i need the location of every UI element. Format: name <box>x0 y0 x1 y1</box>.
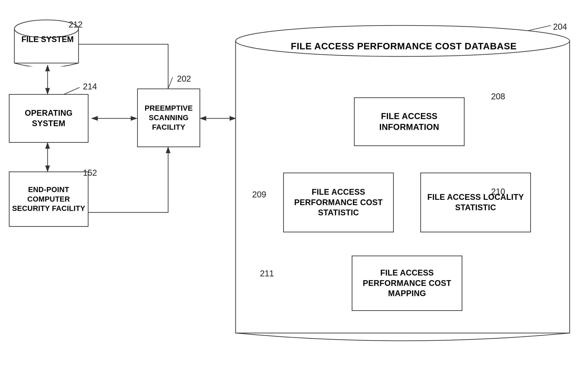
ref-208: 208 <box>491 92 505 101</box>
ref-212: 212 <box>68 20 83 30</box>
ref-202: 202 <box>177 74 191 84</box>
file-system-label: FILE SYSTEM <box>13 34 82 45</box>
ref-204: 204 <box>553 22 567 32</box>
file-access-perf-stat-box: FILE ACCESS PERFORMANCE COST STATISTIC <box>283 173 394 232</box>
operating-system-box: OPERATING SYSTEM <box>9 94 89 143</box>
svg-line-8 <box>168 77 173 89</box>
diagram: FILE SYSTEM 212 OPERATING SYSTEM 214 END… <box>0 0 588 366</box>
ref-210: 210 <box>491 187 505 197</box>
endpoint-security-box: END-POINT COMPUTER SECURITY FACILITY <box>9 171 89 227</box>
ref-152: 152 <box>83 168 97 178</box>
ref-211: 211 <box>260 269 274 278</box>
ref-214: 214 <box>83 82 97 92</box>
file-access-mapping-box: FILE ACCESS PERFORMANCE COST MAPPING <box>352 256 462 311</box>
ref-209: 209 <box>252 190 266 199</box>
preemptive-scanning-box: PREEMPTIVE SCANNING FACILITY <box>137 89 200 147</box>
file-access-locality-box: FILE ACCESS LOCALITY STATISTIC <box>420 173 531 232</box>
db-title-label: FILE ACCESS PERFORMANCE COST DATABASE <box>265 41 542 52</box>
file-access-info-box: FILE ACCESS INFORMATION <box>354 97 465 146</box>
